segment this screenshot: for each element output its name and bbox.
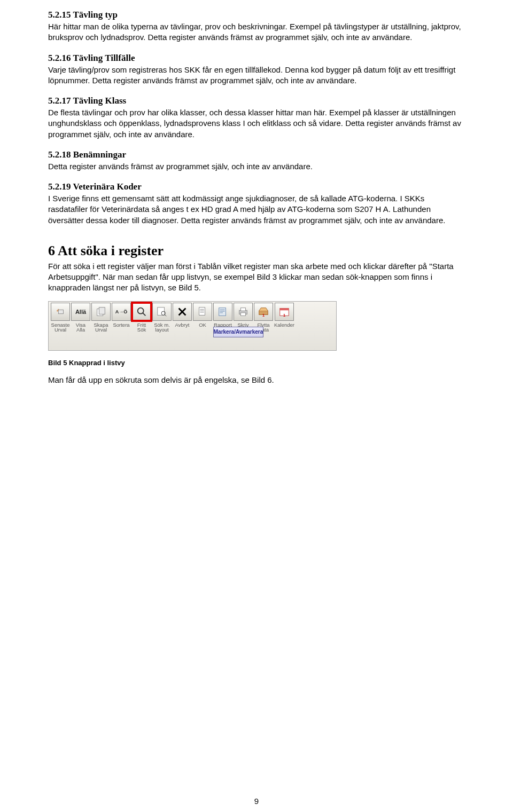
calendar-icon: 1	[278, 305, 291, 318]
body-6: För att söka i ett register väljer man f…	[48, 261, 465, 294]
toolbar-visa-alla: Allä VisaAlla	[71, 303, 90, 350]
svg-rect-20	[240, 312, 245, 316]
toolbar-ok: OK	[193, 303, 212, 350]
toolbar-fritt-sok: FrittSök	[132, 303, 151, 350]
heading-5-2-19: 5.2.19 Veterinära Koder	[48, 182, 465, 192]
body-5-2-19: I Sverige finns ett gemensamt sätt att k…	[48, 193, 465, 226]
skriv-button[interactable]	[234, 303, 253, 321]
heading-5-2-18: 5.2.18 Benämningar	[48, 149, 465, 160]
svg-text:1: 1	[283, 313, 285, 318]
toolbar-label: Avbryt	[175, 322, 190, 328]
ok-button[interactable]	[193, 303, 212, 321]
toolbar-sok-layout: Sök m.layout	[152, 303, 172, 350]
skapa-urval-button[interactable]	[91, 303, 111, 321]
toolbar-label: Urval	[55, 327, 66, 333]
body-5-2-16: Varje tävling/prov som registreras hos S…	[48, 65, 465, 86]
heading-5-2-16: 5.2.16 Tävling Tillfälle	[48, 53, 465, 64]
toolbar-label: layout	[155, 327, 168, 333]
avbryt-button[interactable]	[173, 303, 192, 321]
svg-rect-24	[280, 308, 289, 310]
toolbar-label: Kalender	[274, 322, 294, 328]
body-5-2-15: Här hittar man de olika typerna av tävli…	[48, 21, 465, 43]
toolbar-sortera: A→Ö Sortera	[112, 303, 131, 350]
sort-az-icon: A→Ö	[115, 309, 128, 314]
toolbar-senaste-urval: SenasteUrval	[51, 303, 70, 350]
toolbar-skapa-urval: SkapaUrval	[91, 303, 111, 350]
printer-icon	[237, 305, 250, 318]
svg-rect-19	[240, 308, 245, 311]
svg-line-4	[143, 312, 146, 316]
toolbar-label: Urval	[95, 327, 107, 333]
hand-card-icon	[54, 305, 67, 318]
page-number: 9	[0, 797, 513, 806]
toolbar-label: OK	[199, 322, 206, 328]
svg-rect-0	[58, 310, 63, 313]
flytta-data-button[interactable]: 1	[254, 303, 273, 321]
folder-icon	[95, 305, 107, 318]
magnifier-icon	[135, 305, 148, 318]
heading-6: 6 Att söka i register	[48, 243, 465, 259]
document-icon	[196, 305, 209, 318]
body-5-2-17: De flesta tävlingar och prov har olika k…	[48, 107, 465, 140]
svg-rect-14	[219, 308, 226, 316]
sortera-button[interactable]: A→Ö	[112, 303, 131, 321]
figure-caption: Bild 5 Knapprad i listvy	[48, 358, 465, 368]
toolbar-label: Sortera	[113, 322, 129, 328]
sok-layout-button[interactable]	[152, 303, 172, 321]
fritt-sok-button[interactable]	[132, 303, 151, 321]
toolbar-figure: SenasteUrval Allä VisaAlla SkapaUrval A→…	[48, 301, 337, 351]
markera-avmarkera-button[interactable]: Markera/Avmarkera	[213, 327, 263, 337]
svg-rect-2	[99, 307, 105, 314]
report-icon	[216, 305, 229, 318]
layout-search-icon	[156, 305, 168, 318]
toolbar-label: Sök	[137, 327, 146, 333]
toolbar-marker-group: Rapport Skriv 1 Fly	[213, 303, 296, 350]
svg-rect-10	[199, 307, 205, 315]
svg-text:1: 1	[262, 313, 265, 318]
toolbar-avbryt: Avbryt	[173, 303, 192, 350]
heading-5-2-15: 5.2.15 Tävling typ	[48, 10, 465, 20]
svg-line-7	[165, 314, 167, 316]
cancel-x-icon	[176, 305, 189, 318]
senaste-urval-button[interactable]	[51, 303, 70, 321]
kalender-button[interactable]: 1	[275, 303, 294, 321]
drawer-icon: 1	[257, 305, 270, 318]
post-figure-text: Man får då upp en sökruta som delvis är …	[48, 375, 465, 385]
alla-text-icon: Allä	[75, 309, 86, 315]
body-5-2-18: Detta register används främst av program…	[48, 161, 465, 172]
rapport-button[interactable]	[213, 303, 232, 321]
toolbar-label: Alla	[76, 327, 85, 333]
heading-5-2-17: 5.2.17 Tävling Klass	[48, 96, 465, 106]
visa-alla-button[interactable]: Allä	[71, 303, 90, 321]
toolbar-kalender: 1 Kalender	[274, 303, 294, 334]
